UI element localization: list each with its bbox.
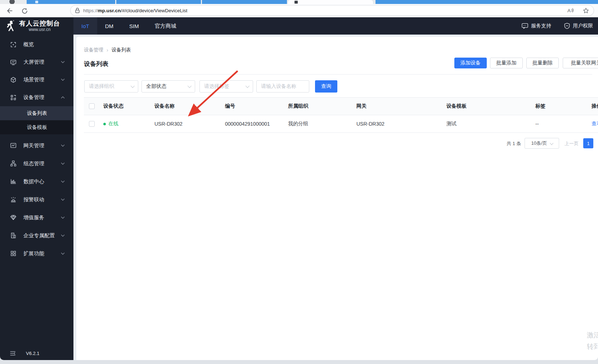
chevron-down-icon [61,252,65,255]
browser-tab[interactable] [376,0,598,4]
browser-tab[interactable] [116,0,201,4]
chevron-down-icon [61,144,65,147]
url-text: https://mp.usr.cn/#/cloud/device/ViewDev… [83,8,187,13]
sidebar-item-overview[interactable]: 概览 [0,36,73,53]
device-name-input[interactable]: 请输入设备名称 [256,80,309,93]
chevron-down-icon [61,78,65,81]
filter-bar: 请选择组织 全部状态 请选择标签 请输入设备名称 查询 [76,80,598,93]
table-header-row: 设备状态 设备名称 编号 所属组织 网关 设备模板 标签 操作 [84,97,598,115]
refresh-button[interactable] [19,6,30,16]
svg-text:A: A [567,8,571,13]
overview-icon [10,41,17,48]
tab-favicon [35,1,38,3]
sidebar-subitem-device-list[interactable]: 设备列表 [0,106,73,120]
sidebar-item-scene[interactable]: 场景管理 [0,71,73,89]
shield-icon [564,23,570,29]
nav-tab-sim[interactable]: SIM [121,17,147,35]
breadcrumb: 设备管理 › 设备列表 [84,47,131,53]
sidebar-footer: V6.2.1 [0,349,73,357]
chevron-down-icon [61,198,65,201]
nav-tab-dm[interactable]: DM [97,17,121,35]
browser-toolbar: https://mp.usr.cn/#/cloud/device/ViewDev… [0,4,598,17]
chevron-down-icon [61,162,65,165]
active-tab-favicon [294,1,298,4]
version-label: V6.2.1 [26,351,40,356]
device-icon [10,94,17,101]
sidebar-item-enterprise[interactable]: 企业专属配置 [0,226,73,244]
top-nav: IoT DM SIM 官方商城 [73,17,184,35]
row-checkbox[interactable] [89,121,95,127]
read-aloud-button[interactable]: A [567,7,575,14]
org-select[interactable]: 请选择组织 [84,80,138,93]
sidebar-item-datacenter[interactable]: 数据中心 [0,172,73,190]
batch-delete-button[interactable]: 批量删除 [526,58,559,68]
select-all-checkbox[interactable] [89,103,95,109]
col-header-sn: 编号 [225,103,288,109]
service-support[interactable]: 服务支持 [522,23,551,29]
sidebar-item-alarm[interactable]: 报警联动 [0,190,73,208]
breadcrumb-current: 设备列表 [112,47,131,53]
nav-tab-mall[interactable]: 官方商城 [147,17,184,35]
search-button[interactable]: 查询 [315,80,337,93]
collapse-sidebar-button[interactable] [10,351,15,356]
address-bar[interactable]: https://mp.usr.cn/#/cloud/device/ViewDev… [70,5,594,16]
browser-tab[interactable] [202,0,287,4]
app-logo[interactable]: 有人云控制台 www.usr.cn [0,17,73,35]
divider [84,74,592,75]
col-header-gateway: 网关 [356,103,446,109]
collapse-icon [10,351,15,356]
online-dot-icon [103,123,106,125]
sidebar-item-vas[interactable]: 增值服务 [0,208,73,226]
chevron-down-icon [131,84,135,88]
sidebar-subitem-device-template[interactable]: 设备模板 [0,120,73,134]
col-header-actions: 操作 [592,103,598,109]
watermark-line1: 激活 [587,331,598,340]
refresh-icon [21,8,28,14]
tag-select[interactable]: 请选择标签 [199,80,253,93]
sidebar-item-device[interactable]: 设备管理 [0,89,73,106]
app-header: 有人云控制台 www.usr.cn IoT DM SIM 官方商城 服务支持 [0,17,598,35]
pagination: 共 1 条 10条/页 上一页 1 [76,138,598,149]
add-device-button[interactable]: 添加设备 [454,58,487,68]
browser-tab-strip [0,0,598,4]
extension-icon [10,250,17,257]
status-select[interactable]: 全部状态 [141,80,195,93]
batch-link-gateway-button[interactable]: 批量关联网关 [563,58,598,68]
usr-person-icon [5,20,16,32]
bigscreen-icon [10,59,17,66]
col-header-status: 设备状态 [103,103,154,109]
browser-active-tab[interactable] [288,0,373,4]
chevron-down-icon [188,84,192,88]
browser-window: https://mp.usr.cn/#/cloud/device/ViewDev… [0,0,598,360]
device-org: 我的分组 [288,121,356,127]
datacenter-icon [10,178,17,185]
sidebar-item-scada[interactable]: 组态管理 [0,154,73,172]
page-1-button[interactable]: 1 [583,138,593,148]
content-panel: 设备管理 › 设备列表 设备列表 添加设备 批量添加 批量删除 批量关联网关 请… [76,37,598,360]
watermark-line2: 转到 [587,342,598,351]
nav-tab-iot[interactable]: IoT [73,17,97,35]
breadcrumb-parent[interactable]: 设备管理 [84,47,103,53]
col-header-tag: 标签 [535,103,592,109]
chevron-down-icon [246,84,249,88]
enterprise-icon [10,232,17,239]
chevron-up-icon [61,96,65,99]
alarm-icon [10,196,17,203]
back-button[interactable] [4,6,14,16]
device-status: 在线 [103,121,154,127]
prev-page-button[interactable]: 上一页 [565,140,579,147]
device-tag: -- [535,121,592,127]
sidebar-item-gateway[interactable]: 网关管理 [0,136,73,154]
browser-tab[interactable] [27,0,115,4]
app-title: 有人云控制台 [19,20,60,27]
sidebar-item-bigscreen[interactable]: 大屏管理 [0,53,73,71]
device-sn: 0000004291000001 [225,121,288,127]
view-link[interactable]: 查看 [592,121,598,127]
sidebar-item-extensions[interactable]: 扩展功能 [0,244,73,262]
favorite-star-button[interactable] [583,7,589,14]
batch-add-button[interactable]: 批量添加 [490,58,523,68]
user-permissions[interactable]: 用户权限 [564,23,593,29]
device-gateway: USR-DR302 [356,121,446,127]
page-size-select[interactable]: 10条/页 [525,138,559,149]
lock-icon[interactable] [75,8,80,13]
